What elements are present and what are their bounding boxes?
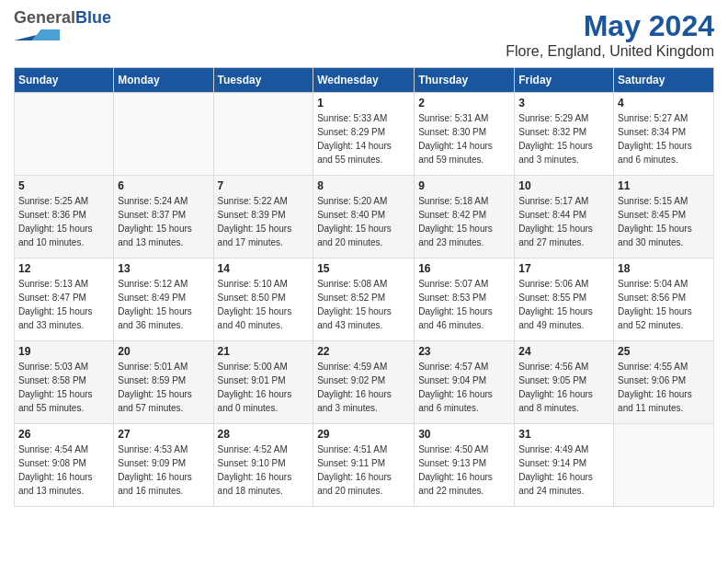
day-info: Sunrise: 5:03 AM Sunset: 8:58 PM Dayligh… <box>18 360 109 415</box>
day-number: 1 <box>317 97 410 109</box>
day-info: Sunrise: 5:17 AM Sunset: 8:44 PM Dayligh… <box>518 194 609 249</box>
day-info: Sunrise: 5:08 AM Sunset: 8:52 PM Dayligh… <box>317 277 410 332</box>
header-cell-thursday: Thursday <box>415 68 515 93</box>
day-number: 16 <box>418 262 510 275</box>
day-cell: 15Sunrise: 5:08 AM Sunset: 8:52 PM Dayli… <box>313 259 415 341</box>
day-number: 15 <box>317 262 410 275</box>
day-cell: 26Sunrise: 4:54 AM Sunset: 9:08 PM Dayli… <box>15 424 114 507</box>
logo-general-text: General <box>14 8 75 27</box>
day-cell <box>114 93 213 176</box>
day-info: Sunrise: 5:04 AM Sunset: 8:56 PM Dayligh… <box>618 277 710 332</box>
day-info: Sunrise: 5:13 AM Sunset: 8:47 PM Dayligh… <box>18 277 109 332</box>
day-cell: 6Sunrise: 5:24 AM Sunset: 8:37 PM Daylig… <box>114 176 213 259</box>
day-number: 24 <box>518 345 609 358</box>
day-info: Sunrise: 4:59 AM Sunset: 9:02 PM Dayligh… <box>317 360 410 415</box>
day-cell: 12Sunrise: 5:13 AM Sunset: 8:47 PM Dayli… <box>15 259 114 341</box>
day-number: 13 <box>118 262 209 275</box>
day-number: 20 <box>118 345 209 358</box>
day-cell: 2Sunrise: 5:31 AM Sunset: 8:30 PM Daylig… <box>415 93 515 176</box>
day-cell: 8Sunrise: 5:20 AM Sunset: 8:40 PM Daylig… <box>313 176 415 259</box>
logo: GeneralBlue <box>14 9 111 46</box>
day-number: 28 <box>218 428 310 441</box>
day-info: Sunrise: 4:55 AM Sunset: 9:06 PM Dayligh… <box>618 360 710 415</box>
header-cell-saturday: Saturday <box>614 68 714 93</box>
day-info: Sunrise: 5:31 AM Sunset: 8:30 PM Dayligh… <box>418 111 510 167</box>
day-cell: 9Sunrise: 5:18 AM Sunset: 8:42 PM Daylig… <box>415 176 515 259</box>
page-container: GeneralBlue May 2024 Flore, England, Uni… <box>0 0 728 516</box>
day-cell: 24Sunrise: 4:56 AM Sunset: 9:05 PM Dayli… <box>515 341 614 424</box>
day-cell: 28Sunrise: 4:52 AM Sunset: 9:10 PM Dayli… <box>213 424 313 507</box>
day-number: 10 <box>518 179 609 192</box>
logo-blue-text: Blue <box>75 8 111 27</box>
day-number: 27 <box>118 428 209 441</box>
day-info: Sunrise: 5:07 AM Sunset: 8:53 PM Dayligh… <box>418 277 510 332</box>
day-number: 18 <box>618 262 710 275</box>
day-info: Sunrise: 4:50 AM Sunset: 9:13 PM Dayligh… <box>418 442 510 498</box>
day-number: 9 <box>418 179 510 192</box>
day-number: 29 <box>317 428 410 441</box>
day-number: 3 <box>518 97 609 109</box>
logo-icon <box>14 28 60 42</box>
day-number: 11 <box>618 179 710 192</box>
day-info: Sunrise: 5:22 AM Sunset: 8:39 PM Dayligh… <box>218 194 310 249</box>
calendar-body: 1Sunrise: 5:33 AM Sunset: 8:29 PM Daylig… <box>15 93 714 507</box>
day-cell <box>15 93 114 176</box>
day-info: Sunrise: 5:25 AM Sunset: 8:36 PM Dayligh… <box>18 194 109 249</box>
day-cell: 16Sunrise: 5:07 AM Sunset: 8:53 PM Dayli… <box>415 259 515 341</box>
day-info: Sunrise: 4:51 AM Sunset: 9:11 PM Dayligh… <box>317 442 410 498</box>
day-number: 6 <box>118 179 209 192</box>
week-row-5: 26Sunrise: 4:54 AM Sunset: 9:08 PM Dayli… <box>15 424 714 507</box>
title-block: May 2024 Flore, England, United Kingdom <box>506 9 714 60</box>
header-cell-monday: Monday <box>114 68 213 93</box>
day-cell: 21Sunrise: 5:00 AM Sunset: 9:01 PM Dayli… <box>213 341 313 424</box>
day-info: Sunrise: 4:57 AM Sunset: 9:04 PM Dayligh… <box>418 360 510 415</box>
svg-marker-1 <box>32 29 60 40</box>
day-cell: 23Sunrise: 4:57 AM Sunset: 9:04 PM Dayli… <box>415 341 515 424</box>
day-cell: 22Sunrise: 4:59 AM Sunset: 9:02 PM Dayli… <box>313 341 415 424</box>
day-cell: 5Sunrise: 5:25 AM Sunset: 8:36 PM Daylig… <box>15 176 114 259</box>
day-cell: 27Sunrise: 4:53 AM Sunset: 9:09 PM Dayli… <box>114 424 213 507</box>
day-info: Sunrise: 4:53 AM Sunset: 9:09 PM Dayligh… <box>118 442 209 498</box>
day-cell: 17Sunrise: 5:06 AM Sunset: 8:55 PM Dayli… <box>515 259 614 341</box>
day-cell: 13Sunrise: 5:12 AM Sunset: 8:49 PM Dayli… <box>114 259 213 341</box>
day-info: Sunrise: 5:10 AM Sunset: 8:50 PM Dayligh… <box>218 277 310 332</box>
day-number: 19 <box>18 345 109 358</box>
day-number: 12 <box>18 262 109 275</box>
day-cell <box>213 93 313 176</box>
calendar-header: SundayMondayTuesdayWednesdayThursdayFrid… <box>15 68 714 93</box>
month-year: May 2024 <box>506 9 714 43</box>
day-info: Sunrise: 5:33 AM Sunset: 8:29 PM Dayligh… <box>317 111 410 167</box>
day-number: 17 <box>518 262 609 275</box>
day-cell: 29Sunrise: 4:51 AM Sunset: 9:11 PM Dayli… <box>313 424 415 507</box>
header-cell-wednesday: Wednesday <box>313 68 415 93</box>
day-cell <box>614 424 714 507</box>
day-number: 5 <box>18 179 109 192</box>
header: GeneralBlue May 2024 Flore, England, Uni… <box>14 9 714 60</box>
day-info: Sunrise: 5:15 AM Sunset: 8:45 PM Dayligh… <box>618 194 710 249</box>
day-info: Sunrise: 5:24 AM Sunset: 8:37 PM Dayligh… <box>118 194 209 249</box>
day-number: 2 <box>418 97 510 109</box>
header-cell-tuesday: Tuesday <box>213 68 313 93</box>
week-row-3: 12Sunrise: 5:13 AM Sunset: 8:47 PM Dayli… <box>15 259 714 341</box>
day-cell: 30Sunrise: 4:50 AM Sunset: 9:13 PM Dayli… <box>415 424 515 507</box>
day-info: Sunrise: 5:00 AM Sunset: 9:01 PM Dayligh… <box>218 360 310 415</box>
day-cell: 31Sunrise: 4:49 AM Sunset: 9:14 PM Dayli… <box>515 424 614 507</box>
day-number: 30 <box>418 428 510 441</box>
week-row-4: 19Sunrise: 5:03 AM Sunset: 8:58 PM Dayli… <box>15 341 714 424</box>
day-info: Sunrise: 5:06 AM Sunset: 8:55 PM Dayligh… <box>518 277 609 332</box>
header-row: SundayMondayTuesdayWednesdayThursdayFrid… <box>15 68 714 93</box>
day-number: 23 <box>418 345 510 358</box>
day-info: Sunrise: 5:18 AM Sunset: 8:42 PM Dayligh… <box>418 194 510 249</box>
day-cell: 19Sunrise: 5:03 AM Sunset: 8:58 PM Dayli… <box>15 341 114 424</box>
calendar-table: SundayMondayTuesdayWednesdayThursdayFrid… <box>14 67 714 507</box>
day-info: Sunrise: 4:49 AM Sunset: 9:14 PM Dayligh… <box>518 442 609 498</box>
header-cell-friday: Friday <box>515 68 614 93</box>
day-info: Sunrise: 4:52 AM Sunset: 9:10 PM Dayligh… <box>218 442 310 498</box>
day-cell: 14Sunrise: 5:10 AM Sunset: 8:50 PM Dayli… <box>213 259 313 341</box>
day-cell: 18Sunrise: 5:04 AM Sunset: 8:56 PM Dayli… <box>614 259 714 341</box>
week-row-1: 1Sunrise: 5:33 AM Sunset: 8:29 PM Daylig… <box>15 93 714 176</box>
location: Flore, England, United Kingdom <box>506 43 714 60</box>
day-cell: 7Sunrise: 5:22 AM Sunset: 8:39 PM Daylig… <box>213 176 313 259</box>
week-row-2: 5Sunrise: 5:25 AM Sunset: 8:36 PM Daylig… <box>15 176 714 259</box>
day-cell: 20Sunrise: 5:01 AM Sunset: 8:59 PM Dayli… <box>114 341 213 424</box>
